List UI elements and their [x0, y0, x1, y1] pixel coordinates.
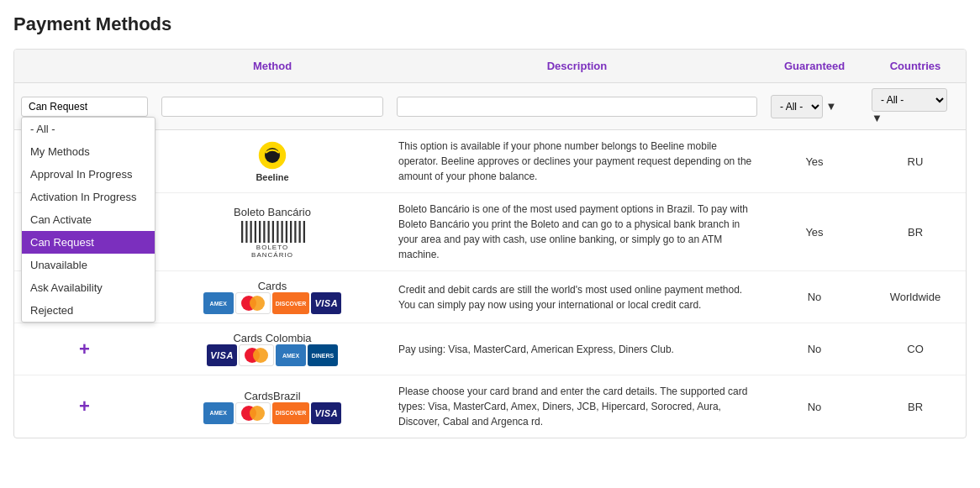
countries-filter-select[interactable]: - All - RU BR CO Worldwide	[872, 88, 947, 112]
add-cards-colombia-button[interactable]: +	[79, 338, 90, 360]
row-countries-beeline: RU	[865, 130, 966, 193]
payment-methods-table: Method Description Guaranteed Countries …	[14, 50, 966, 438]
boleto-label: BOLETOBANCÁRIO	[251, 244, 293, 259]
svg-point-3	[250, 296, 265, 311]
discover-logo: DISCOVER	[272, 292, 310, 314]
mastercard-logo	[235, 292, 271, 314]
menu-item-all[interactable]: - All -	[22, 118, 155, 140]
mastercard-icon-br	[240, 405, 266, 422]
can-request-dropdown-container[interactable]: - All - My Methods Approval In Progress …	[21, 97, 148, 117]
menu-item-ask-availability[interactable]: Ask Availability	[22, 276, 155, 299]
table-row: + CardsBrazil AMEX DISC	[14, 375, 966, 438]
payment-methods-table-wrapper: Method Description Guaranteed Countries …	[13, 49, 967, 438]
row-desc-beeline: This option is available if your phone n…	[390, 130, 764, 193]
row-desc-cards-brazil: Please choose your card brand and enter …	[390, 375, 764, 438]
amex-logo: AMEX	[203, 292, 234, 314]
boleto-logo: ||||||||||||||| BOLETOBANCÁRIO	[163, 218, 382, 259]
col-header-description: Description	[390, 50, 764, 83]
cards-colombia-logos: VISA AMEX DINERS	[163, 344, 382, 366]
row-method-boleto: Boleto Bancário ||||||||||||||| BOLETOBA…	[155, 193, 390, 271]
visa-logo-co: VISA	[207, 344, 237, 366]
menu-item-unavailable[interactable]: Unavailable	[22, 254, 155, 276]
beeline-logo: Beeline	[163, 140, 382, 182]
mastercard-icon	[240, 295, 266, 312]
page-title: Payment Methods	[13, 13, 967, 35]
filter-action-cell: - All - My Methods Approval In Progress …	[14, 83, 155, 130]
discover-logo-br: DISCOVER	[272, 402, 310, 424]
row-method-beeline: Beeline Beeline	[155, 130, 390, 193]
col-header-method: Method	[155, 50, 390, 83]
guaranteed-filter-select[interactable]: - All - Yes No	[771, 95, 823, 118]
col-header-countries: Countries	[865, 50, 966, 83]
visa-logo-br: VISA	[311, 402, 341, 424]
beeline-text: Beeline	[256, 172, 288, 182]
cards-brazil-logos: AMEX DISCOVER VISA	[163, 402, 382, 424]
menu-item-my-methods[interactable]: My Methods	[22, 140, 155, 163]
row-guaranteed-beeline: Yes	[764, 130, 865, 193]
row-countries-cards-colombia: CO	[865, 323, 966, 375]
can-request-select[interactable]: - All - My Methods Approval In Progress …	[21, 97, 148, 117]
method-filter-input[interactable]	[161, 97, 383, 117]
row-countries-boleto: BR	[865, 193, 966, 271]
row-guaranteed-cards-colombia: No	[764, 323, 865, 375]
row-method-cards: Cards AMEX DISCOVER VISA	[155, 271, 390, 323]
col-header-guaranteed: Guaranteed	[764, 50, 865, 83]
menu-item-rejected[interactable]: Rejected	[22, 299, 155, 322]
beeline-icon	[257, 140, 287, 171]
boleto-barcode: |||||||||||||||	[239, 218, 305, 242]
svg-point-7	[250, 406, 265, 421]
table-row: Beeline Beeline This option is available…	[14, 130, 966, 193]
row-guaranteed-boleto: Yes	[764, 193, 865, 271]
menu-item-activation[interactable]: Activation In Progress	[22, 186, 155, 208]
row-guaranteed-cards-brazil: No	[764, 375, 865, 438]
row-method-cards-brazil: CardsBrazil AMEX DISCOVER VISA	[155, 375, 390, 438]
cards-method-name: Cards	[258, 280, 287, 292]
diners-logo-co: DINERS	[308, 344, 338, 366]
filter-countries-cell: - All - RU BR CO Worldwide ▼	[865, 83, 966, 130]
menu-item-can-request[interactable]: Can Request	[22, 231, 155, 254]
amex-logo-co: AMEX	[276, 344, 306, 366]
description-filter-input[interactable]	[397, 97, 757, 117]
visa-logo: VISA	[311, 292, 341, 314]
table-row: + Cards AMEX DISCOVER	[14, 271, 966, 323]
table-row: Boleto Bancário ||||||||||||||| BOLETOBA…	[14, 193, 966, 271]
cards-logos: AMEX DISCOVER VISA	[163, 292, 382, 314]
row-action-cards-brazil: +	[14, 375, 155, 438]
row-countries-cards-brazil: BR	[865, 375, 966, 438]
can-request-dropdown-menu: - All - My Methods Approval In Progress …	[21, 117, 155, 323]
row-desc-cards: Credit and debit cards are still the wor…	[390, 271, 764, 323]
col-header-action	[14, 50, 155, 83]
page-container: Payment Methods Method Description Guara…	[0, 0, 980, 452]
row-guaranteed-cards: No	[764, 271, 865, 323]
amex-logo-br: AMEX	[203, 402, 234, 424]
table-row: + Cards Colombia VISA A	[14, 323, 966, 375]
row-method-cards-colombia: Cards Colombia VISA AMEX DINERS	[155, 323, 390, 375]
mastercard-logo-co	[239, 344, 274, 366]
menu-item-approval[interactable]: Approval In Progress	[22, 163, 155, 186]
row-desc-cards-colombia: Pay using: Visa, MasterCard, American Ex…	[390, 323, 764, 375]
add-cards-brazil-button[interactable]: +	[79, 396, 90, 417]
mastercard-logo-br	[235, 402, 271, 424]
mastercard-icon-co	[243, 347, 270, 364]
row-countries-cards: Worldwide	[865, 271, 966, 323]
filter-description-cell	[390, 83, 764, 130]
cards-brazil-method-name: CardsBrazil	[244, 390, 300, 402]
filter-method-cell	[155, 83, 390, 130]
filter-guaranteed-cell: - All - Yes No ▼	[764, 83, 865, 130]
row-desc-boleto: Boleto Bancário is one of the most used …	[390, 193, 764, 271]
cards-colombia-method-name: Cards Colombia	[233, 332, 311, 344]
svg-point-5	[253, 348, 268, 363]
menu-item-can-activate[interactable]: Can Activate	[22, 208, 155, 231]
row-action-cards-colombia: +	[14, 323, 155, 375]
